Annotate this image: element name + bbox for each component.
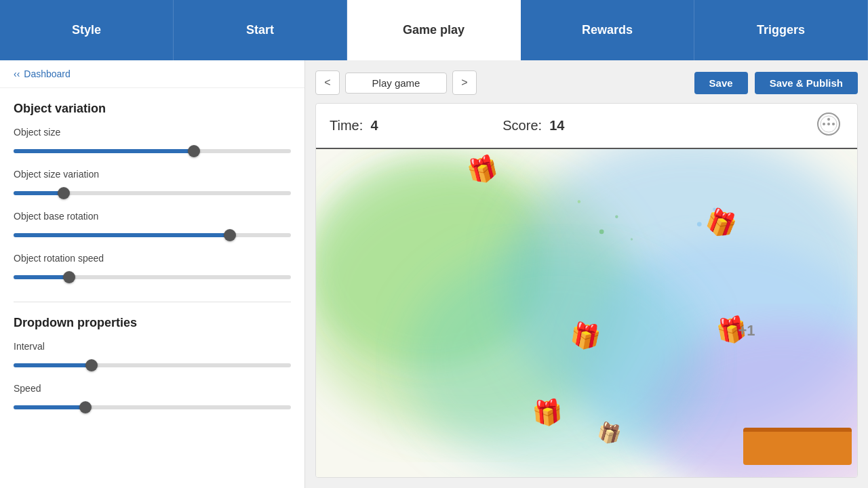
slider-group-object-size: Object size <box>0 127 304 169</box>
game-body: 🎁 🎁 🎁 🎁 🎁 🎁 +1 <box>316 149 857 478</box>
toolbar: < Play game > Save Save & Publish <box>315 70 858 95</box>
nav-triggers[interactable]: Triggers <box>694 0 868 60</box>
slider-group-object-rotation-speed: Object rotation speed <box>0 253 304 295</box>
svg-point-5 <box>827 118 830 121</box>
save-button[interactable]: Save <box>694 72 748 94</box>
slider-label-interval: Interval <box>14 341 291 352</box>
content-area: < Play game > Save Save & Publish Time: … <box>305 60 868 488</box>
nav-gameplay[interactable]: Game play <box>347 0 521 60</box>
game-canvas: Time: 4 Score: 14 <box>315 103 858 478</box>
top-nav: Style Start Game play Rewards Triggers <box>0 0 868 60</box>
svg-point-14 <box>615 216 618 218</box>
slider-group-object-base-rotation: Object base rotation <box>0 211 304 253</box>
slider-label-object-rotation-speed: Object rotation speed <box>14 253 291 264</box>
breadcrumb-label: Dashboard <box>24 68 71 79</box>
nav-rewards[interactable]: Rewards <box>521 0 694 60</box>
nav-start[interactable]: Start <box>174 0 347 60</box>
section-title-object-variation: Object variation <box>14 102 291 116</box>
slider-object-size-variation[interactable] <box>14 186 291 200</box>
section-title-dropdown-properties: Dropdown properties <box>14 316 291 330</box>
slider-object-rotation-speed[interactable] <box>14 270 291 284</box>
save-publish-button[interactable]: Save & Publish <box>755 72 858 94</box>
prev-button[interactable]: < <box>315 70 340 95</box>
svg-point-13 <box>599 230 604 235</box>
gift-5: 🎁 <box>531 397 564 428</box>
svg-point-16 <box>697 222 702 227</box>
slider-object-base-rotation[interactable] <box>14 228 291 242</box>
nav-style[interactable]: Style <box>0 0 174 60</box>
breadcrumb[interactable]: ‹‹ Dashboard <box>0 60 304 88</box>
section-dropdown-properties: Dropdown properties Interval Speed <box>0 316 304 425</box>
time-value: 4 <box>370 118 378 133</box>
svg-point-12 <box>406 247 707 472</box>
gift-4: 🎁 <box>568 320 604 353</box>
time-label: Time: <box>330 118 363 133</box>
main-layout: ‹‹ Dashboard Object variation Object siz… <box>0 60 868 488</box>
section-object-variation: Object variation Object size Object size… <box>0 102 304 295</box>
slider-label-object-size-variation: Object size variation <box>14 169 291 180</box>
score-label: Score: <box>502 118 542 133</box>
slider-object-size[interactable] <box>14 144 291 158</box>
svg-point-15 <box>631 238 633 240</box>
slider-label-speed: Speed <box>14 383 291 394</box>
play-label: Play game <box>345 73 447 94</box>
toolbar-left: < Play game > <box>315 70 477 95</box>
slider-label-object-size: Object size <box>14 127 291 138</box>
slider-group-object-size-variation: Object size variation <box>0 169 304 211</box>
game-time: Time: 4 <box>330 118 378 134</box>
game-controller-icon <box>814 112 844 140</box>
toolbar-right: Save Save & Publish <box>694 72 858 94</box>
svg-point-18 <box>578 200 580 203</box>
section-divider <box>14 302 291 302</box>
back-icon: ‹‹ <box>14 68 20 79</box>
slider-interval[interactable] <box>14 359 291 372</box>
slider-group-speed: Speed <box>0 383 304 425</box>
score-value: 14 <box>549 118 564 133</box>
game-score: Score: 14 <box>502 118 564 134</box>
score-popup: +1 <box>738 322 755 340</box>
game-header: Time: 4 Score: 14 <box>316 104 857 149</box>
slider-group-interval: Interval <box>0 341 304 383</box>
svg-point-2 <box>823 123 825 125</box>
slider-speed[interactable] <box>14 401 291 414</box>
slider-label-object-base-rotation: Object base rotation <box>14 211 291 222</box>
next-button[interactable]: > <box>452 70 477 95</box>
sidebar: ‹‹ Dashboard Object variation Object siz… <box>0 60 305 488</box>
svg-point-3 <box>827 123 830 125</box>
platform-box <box>743 428 852 465</box>
svg-point-4 <box>832 123 835 125</box>
